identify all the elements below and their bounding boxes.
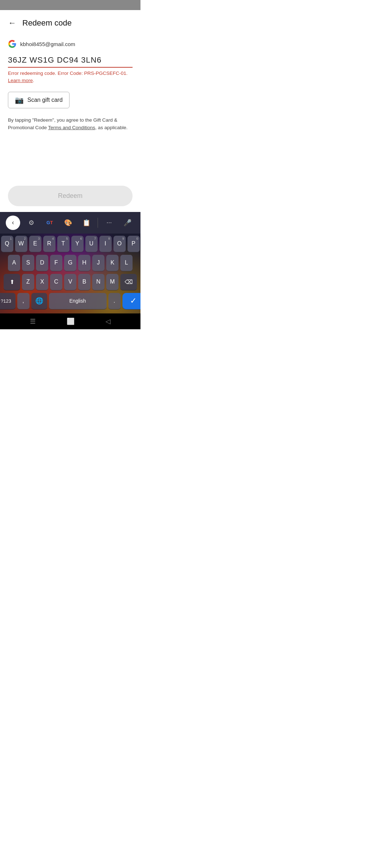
key-f[interactable]: F bbox=[50, 255, 62, 271]
key-i[interactable]: I8 bbox=[99, 236, 112, 252]
key-x[interactable]: X bbox=[36, 274, 48, 290]
keyboard-more-button[interactable]: ··· bbox=[102, 216, 116, 230]
globe-icon: 🌐 bbox=[35, 297, 43, 305]
shift-icon: ⬆ bbox=[10, 279, 14, 285]
account-email: kbhoi8455@gmail.com bbox=[20, 41, 75, 47]
key-p[interactable]: P0 bbox=[128, 236, 140, 252]
palette-icon: 🎨 bbox=[64, 219, 72, 227]
redeem-button[interactable]: Redeem bbox=[8, 186, 133, 206]
mic-icon: 🎤 bbox=[124, 219, 131, 227]
keyboard-back-icon: ‹ bbox=[12, 219, 14, 226]
toolbar-divider bbox=[98, 218, 98, 228]
back-arrow-icon: ← bbox=[8, 18, 16, 28]
settings-icon: ⚙ bbox=[28, 219, 34, 227]
key-l[interactable]: L bbox=[120, 255, 133, 271]
nav-back-icon[interactable]: ◁ bbox=[106, 317, 111, 325]
keyboard-keys-area: Q1 W2 E3 R4 T5 Y6 U7 I8 O9 P0 A S D F G … bbox=[0, 234, 140, 313]
key-y[interactable]: Y6 bbox=[71, 236, 84, 252]
nav-home-icon[interactable]: ⬜ bbox=[67, 317, 75, 325]
main-content: kbhoi8455@gmail.com Error redeeming code… bbox=[0, 35, 140, 212]
keyboard-clipboard-button[interactable]: 📋 bbox=[79, 216, 94, 230]
back-button[interactable]: ← bbox=[6, 17, 19, 30]
key-globe[interactable]: 🌐 bbox=[31, 293, 47, 309]
key-w[interactable]: W2 bbox=[15, 236, 27, 252]
key-j[interactable]: J bbox=[92, 255, 104, 271]
key-g[interactable]: G bbox=[64, 255, 76, 271]
key-s[interactable]: S bbox=[22, 255, 34, 271]
key-e[interactable]: E3 bbox=[29, 236, 41, 252]
redeem-button-wrapper: Redeem bbox=[8, 186, 133, 212]
checkmark-icon: ✓ bbox=[130, 296, 137, 306]
key-t[interactable]: T5 bbox=[57, 236, 70, 252]
key-n[interactable]: N bbox=[92, 274, 104, 290]
key-m[interactable]: M bbox=[106, 274, 119, 290]
nav-menu-icon[interactable]: ☰ bbox=[30, 317, 36, 325]
app-header: ← Redeem code bbox=[0, 10, 140, 35]
terms-text: By tapping "Redeem", you agree to the Gi… bbox=[8, 116, 133, 132]
translate-icon: GT bbox=[46, 220, 53, 225]
scan-gift-card-button[interactable]: 📷 Scan gift card bbox=[8, 92, 70, 108]
keyboard-row-3: ⬆ Z X C V B N M ⌫ bbox=[1, 274, 139, 290]
keyboard-toolbar: ‹ ⚙ GT 🎨 📋 ··· 🎤 bbox=[0, 212, 140, 234]
terms-link[interactable]: Terms and Conditions bbox=[48, 125, 95, 130]
keyboard-area: ‹ ⚙ GT 🎨 📋 ··· 🎤 Q1 W2 E3 bbox=[0, 212, 140, 313]
key-num123[interactable]: ?123 bbox=[0, 293, 15, 309]
scan-button-label: Scan gift card bbox=[27, 97, 63, 103]
code-input[interactable] bbox=[8, 54, 133, 68]
keyboard-row-2: A S D F G H J K L bbox=[1, 255, 139, 271]
keyboard-row-4: ?123 , 🌐 English . ✓ bbox=[1, 293, 139, 309]
page-title: Redeem code bbox=[22, 18, 72, 28]
key-v[interactable]: V bbox=[64, 274, 76, 290]
key-d[interactable]: D bbox=[36, 255, 48, 271]
keyboard-rows: Q1 W2 E3 R4 T5 Y6 U7 I8 O9 P0 A S D F G … bbox=[0, 234, 140, 313]
bottom-nav-bar: ☰ ⬜ ◁ bbox=[0, 313, 140, 329]
camera-icon: 📷 bbox=[15, 96, 24, 104]
key-h[interactable]: H bbox=[78, 255, 90, 271]
code-input-wrapper bbox=[8, 54, 133, 68]
key-backspace[interactable]: ⌫ bbox=[120, 274, 137, 290]
keyboard-back-button[interactable]: ‹ bbox=[6, 216, 20, 230]
key-r[interactable]: R4 bbox=[43, 236, 55, 252]
status-bar bbox=[0, 0, 140, 10]
keyboard-palette-button[interactable]: 🎨 bbox=[61, 216, 75, 230]
key-u[interactable]: U7 bbox=[85, 236, 98, 252]
backspace-icon: ⌫ bbox=[125, 279, 133, 285]
key-comma[interactable]: , bbox=[17, 293, 30, 309]
learn-more-link[interactable]: Learn more bbox=[8, 78, 33, 83]
clipboard-icon: 📋 bbox=[82, 219, 90, 227]
key-enter[interactable]: ✓ bbox=[122, 293, 141, 309]
account-row: kbhoi8455@gmail.com bbox=[8, 40, 133, 48]
key-k[interactable]: K bbox=[106, 255, 119, 271]
key-shift[interactable]: ⬆ bbox=[4, 274, 20, 290]
key-z[interactable]: Z bbox=[22, 274, 34, 290]
key-o[interactable]: O9 bbox=[113, 236, 126, 252]
key-a[interactable]: A bbox=[8, 255, 20, 271]
more-icon: ··· bbox=[106, 219, 112, 226]
keyboard-translate-button[interactable]: GT bbox=[43, 216, 57, 230]
keyboard-settings-button[interactable]: ⚙ bbox=[24, 216, 39, 230]
google-logo-icon bbox=[8, 40, 17, 48]
key-c[interactable]: C bbox=[50, 274, 62, 290]
keyboard-row-1: Q1 W2 E3 R4 T5 Y6 U7 I8 O9 P0 bbox=[1, 236, 139, 252]
key-b[interactable]: B bbox=[78, 274, 90, 290]
key-period[interactable]: . bbox=[108, 293, 121, 309]
key-space[interactable]: English bbox=[49, 293, 107, 309]
keyboard-mic-button[interactable]: 🎤 bbox=[120, 216, 135, 230]
key-q[interactable]: Q1 bbox=[1, 236, 13, 252]
error-message: Error redeeming code. Error Code: PRS-PG… bbox=[8, 70, 133, 85]
